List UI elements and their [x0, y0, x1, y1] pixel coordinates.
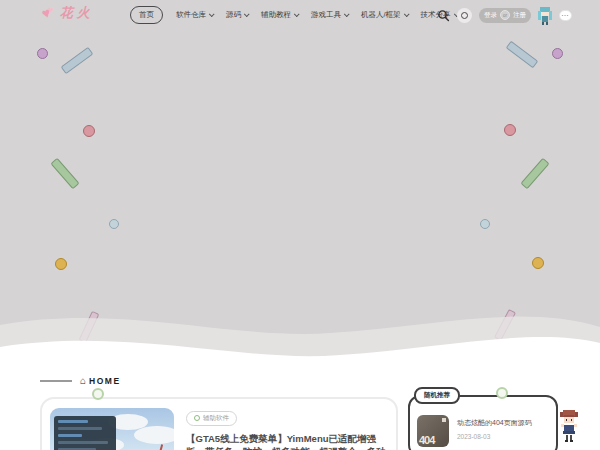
cloud-shape [134, 426, 174, 444]
search-icon[interactable] [437, 9, 450, 22]
confetti-bar-blue-right [506, 41, 539, 69]
confetti-circle-purple-right [552, 48, 563, 59]
chevron-down-icon [244, 11, 250, 17]
nav-item-software[interactable]: 软件仓库 [176, 10, 213, 20]
nav-item-label: 首页 [130, 6, 163, 24]
breadcrumb-home-label[interactable]: HOME [89, 376, 121, 386]
login-label: 登录 [484, 11, 497, 20]
sidebar-post-meta: 动态炫酷的404页面源码 2023-08-03 [457, 415, 557, 447]
nav-item-label: 游戏工具 [311, 10, 341, 20]
sidebar-card-label: 随机推荐 [414, 387, 460, 404]
nav-item-tutorial[interactable]: 辅助教程 [261, 10, 298, 20]
mascot-pixel-girl-sprite [559, 409, 579, 449]
nav: 首页软件仓库源码辅助教程游戏工具机器人/框架技术分享 [130, 0, 458, 30]
or-divider: or [500, 10, 510, 20]
thumb-404-text: 404 [417, 434, 434, 447]
hero-banner [0, 0, 600, 385]
confetti-circle-yellow-right [532, 257, 544, 269]
confetti-circle-blue-right [480, 219, 490, 229]
nav-item-gametool[interactable]: 游戏工具 [311, 10, 348, 20]
header-actions: 登录 or 注册 ··· [437, 0, 572, 30]
nav-item-label: 机器人/框架 [361, 10, 401, 20]
register-label: 注册 [513, 11, 526, 20]
sidebar-post-thumbnail: 404 [417, 415, 449, 447]
confetti-circle-yellow-left [55, 258, 67, 270]
sidebar-post-title[interactable]: 动态炫酷的404页面源码 [457, 418, 557, 428]
thumb-dot [442, 418, 446, 422]
deco-circle-icon [496, 387, 508, 399]
theme-toggle-icon[interactable] [457, 8, 472, 23]
deco-circle-icon [92, 388, 104, 400]
article-title[interactable]: 【GTA5线上免费菜单】YimMenu已适配增强版，带任务，防护，超多功能，超强… [186, 432, 394, 450]
speech-bubble: ··· [559, 10, 572, 21]
nav-item-robot[interactable]: 机器人/框架 [361, 10, 408, 20]
breadcrumb-line [40, 380, 72, 382]
nav-item-home[interactable]: 首页 [130, 6, 163, 24]
chevron-down-icon [403, 11, 409, 17]
heart-small-icon: ♥ [47, 5, 55, 16]
chevron-down-icon [294, 11, 300, 17]
sidebar-post-date: 2023-08-03 [457, 433, 557, 440]
mascot-miku-sprite [538, 6, 552, 25]
login-register-button[interactable]: 登录 or 注册 [479, 8, 531, 23]
confetti-bar-green-right [520, 158, 549, 190]
breadcrumb: ⌂ HOME [40, 376, 121, 386]
confetti-circle-purple-left [37, 48, 48, 59]
theme-ring-icon [461, 12, 468, 19]
chevron-down-icon [209, 11, 215, 17]
confetti-circle-pink-right [504, 124, 516, 136]
confetti-circle-blue-left [109, 219, 119, 229]
nav-item-label: 辅助教程 [261, 10, 291, 20]
nav-item-label: 源码 [226, 10, 241, 20]
article-card[interactable]: 辅助软件 【GTA5线上免费菜单】YimMenu已适配增强版，带任务，防护，超多… [40, 397, 398, 450]
confetti-bar-blue-left [61, 47, 94, 74]
chevron-down-icon [344, 11, 350, 17]
site-title: 花火 [60, 4, 94, 22]
article-thumbnail[interactable] [50, 408, 174, 450]
home-icon: ⌂ [80, 376, 86, 386]
badge-label: 辅助软件 [203, 414, 229, 423]
crane-shape [155, 444, 163, 450]
category-badge[interactable]: 辅助软件 [186, 411, 237, 426]
site-logo[interactable]: ♥ ♥ 花火 [42, 4, 94, 22]
nav-item-label: 软件仓库 [176, 10, 206, 20]
wave-divider [0, 285, 600, 385]
article-body: 辅助软件 【GTA5线上免费菜单】YimMenu已适配增强版，带任务，防护，超多… [186, 407, 394, 450]
confetti-circle-pink-left [83, 125, 95, 137]
confetti-bar-green-left [50, 158, 79, 190]
nav-item-source[interactable]: 源码 [226, 10, 248, 20]
sidebar-post-item[interactable]: 404 动态炫酷的404页面源码 2023-08-03 [417, 415, 557, 447]
top-navigation-bar: ♥ ♥ 花火 首页软件仓库源码辅助教程游戏工具机器人/框架技术分享 登录 or … [0, 0, 600, 30]
badge-dot-icon [194, 415, 200, 421]
game-menu-panel [54, 416, 116, 450]
